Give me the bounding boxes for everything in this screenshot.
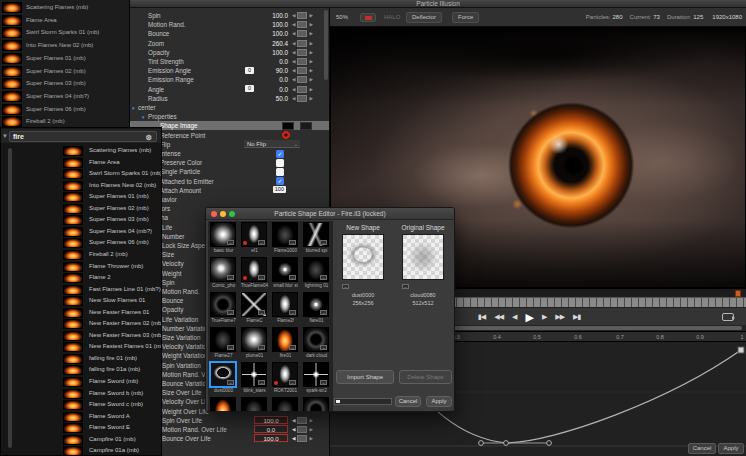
property-row-spin[interactable]: Spin100.0◀▶ [130,11,330,20]
dialog-title-bar[interactable]: Particle Shape Editor - Fire.il3 (locked… [206,208,454,220]
shape-cell[interactable]: ‒basic blur [208,221,239,256]
shape-cell[interactable]: ‒ [208,396,239,412]
popup-scrollbar[interactable] [8,148,12,448]
skip-end-icon[interactable]: ▶▮ [573,311,580,323]
list-item[interactable]: Swirl Storm Sparks 01 (mb) [1,169,162,181]
property-row-tint-strength[interactable]: Tint Strength0.0◀▶ [130,57,330,66]
stepper-handle[interactable] [297,417,307,424]
shape-thumbnail-icon[interactable]: ‒ [272,362,298,387]
minimize-traffic-light-icon[interactable] [220,211,226,217]
stepper-handle[interactable] [297,12,307,19]
property-row-radius[interactable]: Radius50.0◀▶ [130,94,330,103]
list-item[interactable]: Flame 2 [1,273,162,285]
list-item[interactable]: Super Flames 06 (mb) [1,238,162,250]
property-value[interactable]: 50.0 [252,95,288,102]
list-item[interactable]: New Slow Flames 01 [1,296,162,308]
stepper-right-icon[interactable]: ▶ [309,426,312,433]
skip-start-icon[interactable]: ▮◀ [478,311,485,323]
shape-thumbnail-icon[interactable]: ‒ [272,292,298,317]
shape-thumbnail-icon[interactable]: ‒ [241,362,267,387]
keyframed-value[interactable]: 100.0 [254,434,288,442]
shape-cell[interactable]: ‒spark-str2 [301,361,332,396]
shape-image-swatch[interactable] [282,122,294,130]
property-value[interactable]: 100.0 [252,49,288,56]
shape-cell[interactable]: ‒ [270,396,301,412]
halo-button[interactable]: HALO [384,14,400,20]
library-item[interactable]: Into Flames New 02 (mb) [0,40,130,52]
shape-cell[interactable]: ‒plume01 [239,326,270,361]
value-stepper[interactable]: ◀▶ [292,30,322,37]
value-stepper[interactable]: ◀▶ [292,426,322,433]
property-row-zoom[interactable]: Zoom260.4◀▶ [130,39,330,48]
delete-shape-button[interactable]: Delete Shape [399,370,452,384]
force-button[interactable]: Force [452,12,479,23]
shape-cell[interactable]: ‒fire01 [270,326,301,361]
loop-icon[interactable] [722,313,734,321]
stepper-right-icon[interactable]: ▶ [309,21,312,28]
value-stepper[interactable]: ◀▶ [292,76,322,83]
shape-cell[interactable]: ‒Flame2f [270,291,301,326]
property-row-angle[interactable]: Angle00.0◀▶ [130,85,330,94]
shape-thumbnail-icon[interactable]: ‒ [303,362,329,387]
list-item[interactable]: Fireball 2 (mb) [1,250,162,262]
property-value[interactable]: 100.0 [252,30,288,37]
shape-thumbnail-icon[interactable]: ‒ [241,222,267,247]
property-row-motion-rand-[interactable]: Motion Rand.100.0◀▶ [130,20,330,29]
stepper-handle[interactable] [297,21,307,28]
list-item[interactable]: New Faster Flames 02 (mb) [1,319,162,331]
shape-thumbnail-icon[interactable]: ‒ [303,327,329,352]
stepper-right-icon[interactable]: ▶ [309,49,312,56]
shape-cell[interactable]: ‒small blur st [270,256,301,291]
shape-thumbnail-icon[interactable]: ‒ [210,257,236,282]
shape-thumbnail-icon[interactable]: ‒ [210,327,236,352]
stepper-left-icon[interactable]: ◀ [292,21,295,28]
list-item[interactable]: Flame Sword c (mb) [1,400,162,412]
list-item[interactable]: New Fastest Flames 01 (mb+) [1,342,162,354]
library-item[interactable]: Super Flames 06 (mb) [0,104,130,116]
shape-thumbnail-icon[interactable]: ‒ [272,397,298,412]
property-value[interactable]: 0.0 [252,86,288,93]
stepper-handle[interactable] [297,86,307,93]
checkbox[interactable]: ✓ [276,177,284,185]
stepper-handle[interactable] [297,426,307,433]
curve-keyframe[interactable] [504,441,509,446]
keyframed-value[interactable]: 0.0 [254,425,288,433]
library-item[interactable]: Flame Area [0,15,130,27]
property-value[interactable]: 90.0 [252,67,288,74]
stepper-left-icon[interactable]: ◀ [292,426,295,433]
list-item[interactable]: New Faster Flames 01 [1,308,162,320]
shape-cell-selected[interactable]: ‒dust0000 [208,361,239,396]
import-shape-button[interactable]: Import Shape [336,370,394,384]
search-input[interactable]: fire ⊗ [9,131,157,142]
value-stepper[interactable]: ◀▶ [292,435,322,442]
list-item[interactable]: Super Flames 02 (mb) [1,204,162,216]
library-item[interactable]: Super Flames 03 (mb) [0,78,130,90]
step-forward-icon[interactable]: ▶ [542,311,546,323]
close-traffic-light-icon[interactable] [211,211,217,217]
tree-expanded-icon[interactable]: ▾ [132,105,135,111]
stepper-right-icon[interactable]: ▶ [309,95,312,102]
shape-thumbnail-icon[interactable]: ‒ [272,257,298,282]
stepper-handle[interactable] [297,40,307,47]
property-value[interactable]: 100.0 [252,12,288,19]
curve-cancel-button[interactable]: Cancel [688,443,716,454]
shape-thumbnail-icon[interactable]: ‒ [241,257,267,282]
value-stepper[interactable]: ◀▶ [292,86,322,93]
flip-dropdown[interactable]: No Flip⌄ [244,140,300,148]
dialog-cancel-button[interactable]: Cancel [395,396,421,407]
shape-cell[interactable]: ‒ [239,396,270,412]
stepper-right-icon[interactable]: ▶ [309,30,312,37]
shape-cell[interactable]: ‒Flame1000 [270,221,301,256]
stepper-left-icon[interactable]: ◀ [292,76,295,83]
value-stepper[interactable]: ◀▶ [292,95,322,102]
stepper-left-icon[interactable]: ◀ [292,12,295,19]
shape-thumbnail-icon[interactable]: ‒ [303,292,329,317]
stepper-left-icon[interactable]: ◀ [292,435,295,442]
property-row-opacity[interactable]: Opacity100.0◀▶ [130,48,330,57]
playhead-marker[interactable] [735,290,741,297]
list-item[interactable]: Flame Sword E [1,423,162,435]
shape-thumbnail-icon[interactable]: ‒ [209,361,237,388]
property-value[interactable]: 0.0 [252,76,288,83]
value-stepper[interactable]: ◀▶ [292,417,322,424]
shape-thumbnail-icon[interactable]: ‒ [303,222,329,247]
